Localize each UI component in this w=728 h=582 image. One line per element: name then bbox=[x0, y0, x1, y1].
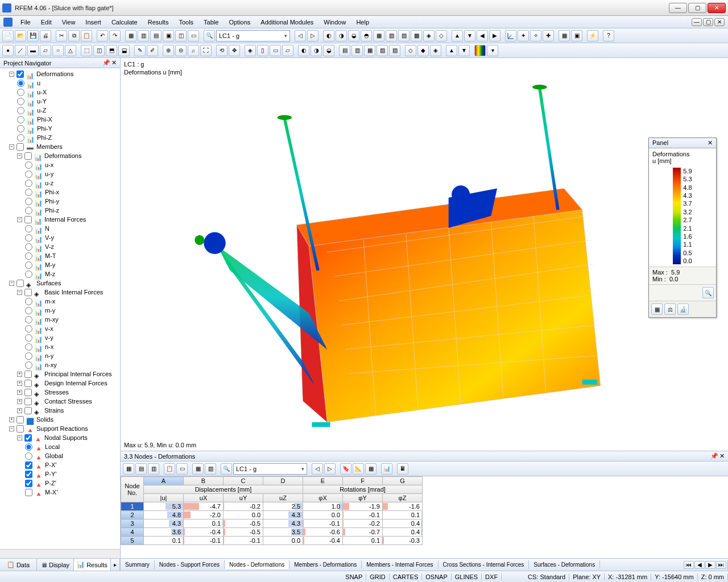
save-icon[interactable]: 💾 bbox=[27, 30, 39, 41]
render-icon[interactable]: ◒ bbox=[323, 45, 334, 56]
tree-item[interactable]: 📊u bbox=[17, 78, 119, 88]
tree-radio[interactable] bbox=[25, 189, 32, 196]
tab-last-icon[interactable]: ⏭ bbox=[716, 561, 726, 569]
zoom-out-icon[interactable]: ⊖ bbox=[175, 45, 187, 56]
table-cell[interactable]: -0.7 bbox=[343, 528, 383, 537]
tree-item[interactable]: 📊V-y bbox=[25, 233, 119, 242]
view-x-icon[interactable]: ▯ bbox=[257, 45, 268, 56]
view-icon[interactable]: ◀ bbox=[477, 30, 488, 41]
surfaces-check[interactable] bbox=[16, 280, 24, 287]
tree-support-reactions[interactable]: Support Reactions bbox=[36, 424, 88, 433]
menu-table[interactable]: Table bbox=[199, 18, 223, 27]
tab-data[interactable]: 📋Data bbox=[0, 559, 37, 571]
tree-radio[interactable] bbox=[25, 443, 32, 451]
menu-tools[interactable]: Tools bbox=[174, 18, 198, 27]
tool-icon[interactable]: ▭ bbox=[176, 463, 188, 475]
opening-icon[interactable]: ○ bbox=[52, 45, 64, 56]
menu-options[interactable]: Options bbox=[224, 18, 255, 27]
calculate-icon[interactable]: ⚡ bbox=[587, 30, 598, 41]
status-osnap[interactable]: OSNAP bbox=[422, 573, 452, 580]
menu-calculate[interactable]: Calculate bbox=[107, 18, 142, 27]
tree-item[interactable]: 📊Phi-y bbox=[25, 197, 119, 206]
status-dxf[interactable]: DXF bbox=[482, 573, 502, 580]
tree-mem-deform[interactable]: Deformations bbox=[44, 151, 81, 160]
tree-item[interactable]: 📊u-x bbox=[25, 160, 119, 169]
tool-icon[interactable]: ▦ bbox=[192, 463, 204, 475]
status-cartes[interactable]: CARTES bbox=[390, 573, 422, 580]
contact-check[interactable] bbox=[24, 398, 32, 405]
tool-icon[interactable]: ⬒ bbox=[106, 45, 117, 56]
table-cell[interactable]: -1.6 bbox=[383, 502, 423, 511]
tree-item[interactable]: 📊M-y bbox=[25, 260, 119, 269]
undo-icon[interactable]: ↶ bbox=[97, 30, 108, 41]
tab-results[interactable]: 📊Results bbox=[74, 559, 111, 571]
results-icon[interactable]: ◇ bbox=[436, 30, 447, 41]
tree-members[interactable]: Members bbox=[36, 142, 63, 151]
menu-insert[interactable]: Insert bbox=[81, 18, 106, 27]
table-cell[interactable]: -2.0 bbox=[184, 511, 224, 519]
panel-header[interactable]: Panel ✕ bbox=[649, 138, 716, 148]
tab-summary[interactable]: Summary bbox=[121, 560, 155, 569]
tree-design[interactable]: Design Internal Forces bbox=[44, 379, 107, 388]
tree-item[interactable]: 🔺P-Y' bbox=[25, 469, 119, 479]
zoom-fit-icon[interactable]: ⛶ bbox=[200, 45, 212, 56]
tool-icon[interactable]: △ bbox=[65, 45, 76, 56]
tree-radio[interactable] bbox=[25, 180, 32, 187]
view-icon[interactable]: ▲ bbox=[452, 30, 463, 41]
tree-item[interactable]: 📊m-xy bbox=[25, 315, 119, 324]
tree-item[interactable]: 📊Phi-Z bbox=[17, 133, 119, 142]
tree-check[interactable] bbox=[25, 471, 32, 478]
tree-item[interactable]: 📊n-x bbox=[25, 342, 119, 351]
color-icon[interactable] bbox=[474, 45, 486, 56]
pin-icon[interactable]: 📌 bbox=[710, 452, 718, 460]
maximize-button[interactable]: ▢ bbox=[688, 3, 706, 13]
tree-radio[interactable] bbox=[25, 361, 32, 369]
tree-radio[interactable] bbox=[25, 225, 32, 232]
tab-support-forces[interactable]: Nodes - Support Forces bbox=[155, 560, 225, 569]
tab-prev-icon[interactable]: ◀ bbox=[694, 561, 705, 569]
next-icon[interactable]: ▷ bbox=[324, 463, 336, 475]
status-snap[interactable]: SNAP bbox=[342, 573, 366, 580]
row-header[interactable]: 3 bbox=[121, 519, 144, 528]
tool-icon[interactable]: ▤ bbox=[150, 30, 162, 41]
table-cell[interactable]: 1.0 bbox=[303, 502, 343, 511]
tree-solids[interactable]: Solids bbox=[36, 415, 53, 424]
magnifier-icon[interactable]: 🔍 bbox=[204, 30, 215, 41]
table-cell[interactable]: 0.4 bbox=[383, 519, 423, 528]
tree-item[interactable]: 📊u-y bbox=[25, 169, 119, 178]
table-cell[interactable]: 3.5 bbox=[263, 528, 303, 537]
new-icon[interactable]: 📄 bbox=[2, 30, 14, 41]
tree-radio[interactable] bbox=[25, 343, 32, 351]
table-cell[interactable]: 0.0 bbox=[224, 511, 263, 519]
tool-icon[interactable]: ▣ bbox=[163, 30, 174, 41]
deformations-check[interactable] bbox=[16, 70, 24, 78]
tool-icon[interactable]: ✦ bbox=[518, 30, 529, 41]
tab-display[interactable]: 🖥Display bbox=[37, 559, 74, 571]
model-viewport[interactable]: LC1 : g Deformations u [mm] bbox=[121, 58, 728, 451]
table-cell[interactable]: 0.0 bbox=[263, 537, 303, 545]
tree-radio[interactable] bbox=[17, 80, 24, 87]
results-icon[interactable]: ◈ bbox=[423, 30, 435, 41]
view-z-icon[interactable]: ▱ bbox=[282, 45, 293, 56]
menu-edit[interactable]: Edit bbox=[36, 18, 56, 27]
tree-item[interactable]: 🔺M-X' bbox=[25, 488, 119, 497]
row-header[interactable]: 4 bbox=[121, 528, 144, 537]
axes-icon[interactable] bbox=[505, 30, 516, 41]
table-cell[interactable]: -0.5 bbox=[224, 519, 263, 528]
view-y-icon[interactable]: ▭ bbox=[270, 45, 281, 56]
tool-icon[interactable]: ▾ bbox=[487, 45, 498, 56]
table-cell[interactable]: 3.6 bbox=[144, 528, 184, 537]
results-icon[interactable]: ◐ bbox=[323, 30, 334, 41]
tool-icon[interactable]: ▦ bbox=[125, 30, 136, 41]
design-check[interactable] bbox=[24, 380, 32, 387]
tree-radio[interactable] bbox=[25, 316, 32, 323]
tree-item[interactable]: 🔺Local bbox=[25, 442, 119, 451]
table-cell[interactable]: -0.4 bbox=[303, 537, 343, 545]
tool-icon[interactable]: ✎ bbox=[134, 45, 146, 56]
loadcase-combo[interactable]: LC1 - g bbox=[216, 30, 290, 41]
legend-mode-icon[interactable]: ▦ bbox=[651, 304, 663, 315]
tree-item[interactable]: 📊u-Y bbox=[17, 97, 119, 106]
table-cell[interactable]: -0.6 bbox=[303, 528, 343, 537]
table-cell[interactable]: 4.3 bbox=[144, 519, 184, 528]
tree-item[interactable]: 📊m-x bbox=[25, 297, 119, 306]
